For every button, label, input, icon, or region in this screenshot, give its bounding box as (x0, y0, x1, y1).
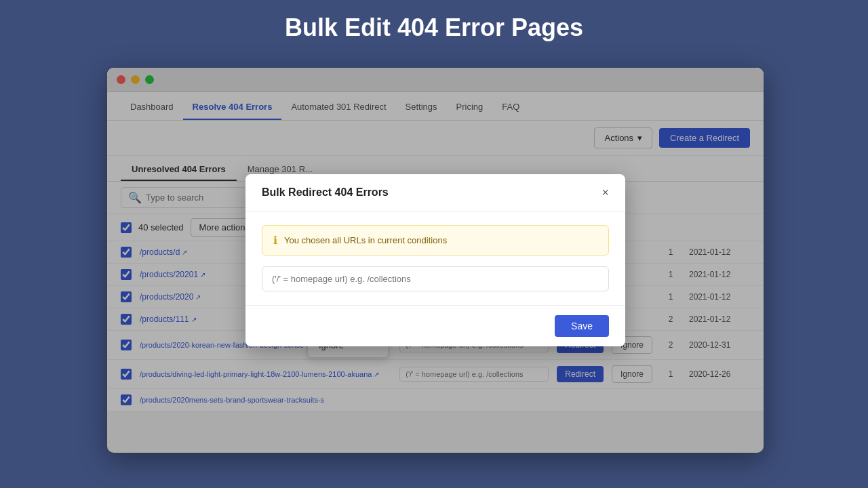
page-title: Bulk Edit 404 Error Pages (0, 0, 868, 42)
modal-overlay: Bulk Redirect 404 Errors × ℹ You chosen … (107, 68, 764, 453)
modal-notice: ℹ You chosen all URLs in current conditi… (262, 225, 609, 256)
browser-window: Dashboard Resolve 404 Errors Automated 3… (107, 68, 764, 453)
modal-title: Bulk Redirect 404 Errors (262, 186, 389, 199)
modal-footer: Save (245, 305, 625, 346)
modal-save-button[interactable]: Save (555, 315, 609, 337)
modal: Bulk Redirect 404 Errors × ℹ You chosen … (245, 174, 625, 346)
modal-redirect-input[interactable] (262, 266, 609, 291)
modal-body: ℹ You chosen all URLs in current conditi… (245, 211, 625, 305)
info-icon: ℹ (273, 234, 277, 247)
modal-close-button[interactable]: × (601, 186, 609, 199)
modal-header: Bulk Redirect 404 Errors × (245, 174, 625, 211)
notice-text: You chosen all URLs in current condition… (284, 235, 447, 245)
